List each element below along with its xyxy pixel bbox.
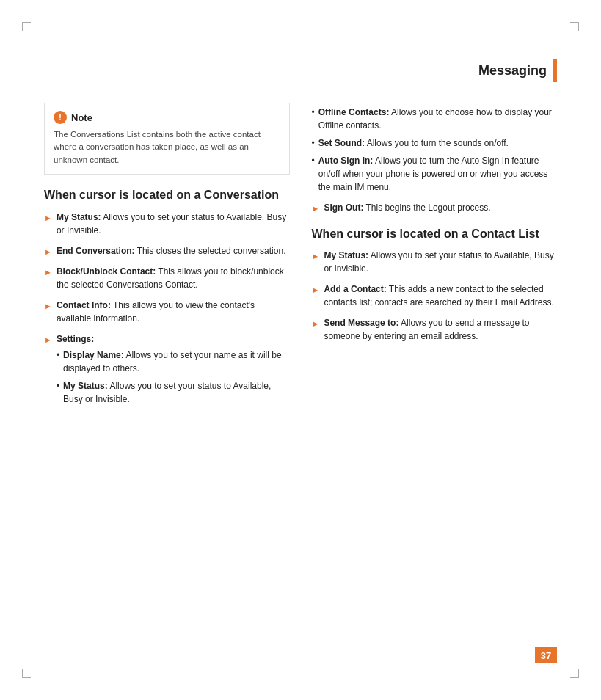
corner-tl [22,22,31,31]
list-item-settings: ► Settings: • Display Name: Allows you t… [44,332,290,410]
note-header: ! Note [54,111,280,124]
arrow-icon: ► [44,266,52,279]
item-label: End Conversation: [57,246,135,256]
list-item: ► Contact Info: This allows you to view … [44,299,290,325]
list-item: ► My Status: Allows you to set your stat… [312,249,558,275]
right-bullet-list: • Offline Contacts: Allows you to choose… [312,106,558,194]
tick-bottom-right [542,672,542,678]
sign-out-list: ► Sign Out: This begins the Logout proce… [312,201,558,215]
item-label: Add a Contact: [324,284,386,294]
tick-top-left [59,22,59,28]
sub-item-text: My Status: Allows you to set your status… [63,379,289,406]
item-label: Set Sound: [318,138,365,148]
list-item: ► Add a Contact: This adds a new contact… [312,282,558,309]
right-column: • Offline Contacts: Allows you to choose… [312,103,558,418]
arrow-icon: ► [312,284,320,296]
item-label: Block/Unblock Contact: [57,266,156,277]
sub-list-item: • Display Name: Allows you to set your n… [57,349,290,375]
left-column: ! Note The Conversations List contains b… [44,103,290,418]
item-text: Send Message to: Allows you to send a me… [324,316,557,343]
item-label: My Status: [63,381,108,391]
arrow-icon: ► [312,250,320,263]
note-title: Note [71,112,92,123]
sign-out-item: ► Sign Out: This begins the Logout proce… [312,201,558,215]
list-item: ► Block/Unblock Contact: This allows you… [44,265,290,291]
item-label: Contact Info: [57,300,111,310]
bullet-icon: • [312,106,315,119]
arrow-icon: ► [312,318,320,330]
sub-list-item: • Set Sound: Allows you to turn the soun… [312,136,558,150]
left-section-heading: When cursor is located on a Conversation [44,188,290,203]
item-label: Offline Contacts: [318,107,390,117]
item-text: Add a Contact: This adds a new contact t… [324,282,557,309]
item-text: End Conversation: This closes the select… [57,244,290,258]
arrow-icon: ► [312,203,320,215]
list-item: ► Send Message to: Allows you to send a … [312,316,558,343]
sub-item-text: Auto Sign In: Allows you to turn the Aut… [318,154,557,194]
list-item: ► My Status: Allows you to set your stat… [44,211,290,237]
item-label: My Status: [324,250,368,260]
item-text: My Status: Allows you to set your status… [324,249,557,275]
corner-br [570,669,579,678]
left-item-list: ► My Status: Allows you to set your stat… [44,211,290,411]
sub-item-text: Offline Contacts: Allows you to choose h… [318,106,557,132]
item-label: Sign Out: [324,203,363,213]
note-box: ! Note The Conversations List contains b… [44,103,290,175]
item-text: Sign Out: This begins the Logout process… [324,201,557,214]
item-label: Send Message to: [324,318,398,328]
item-text: Contact Info: This allows you to view th… [57,299,290,325]
bullet-icon: • [312,136,315,150]
tick-bottom-left [59,672,59,678]
arrow-icon: ► [44,300,52,313]
sub-list-item: • Offline Contacts: Allows you to choose… [312,106,558,132]
arrow-icon: ► [44,334,52,346]
tick-top-right [542,22,542,28]
sub-item-text: Set Sound: Allows you to turn the sounds… [318,136,509,150]
note-text: The Conversations List contains both the… [54,128,280,167]
page-number: 37 [535,647,557,663]
item-text: Settings: • Display Name: Allows you to … [57,332,290,410]
right-item-list: ► My Status: Allows you to set your stat… [312,249,558,343]
item-text: My Status: Allows you to set your status… [57,211,290,237]
settings-label: Settings: [57,334,94,344]
arrow-icon: ► [44,212,52,225]
bullet-icon: • [57,349,59,362]
corner-tr [570,22,579,31]
sub-item-text: Display Name: Allows you to set your nam… [63,349,289,375]
sub-list: • Display Name: Allows you to set your n… [57,349,290,406]
sub-list-item: • My Status: Allows you to set your stat… [57,379,290,406]
page-title: Messaging [478,63,547,79]
right-section-heading: When cursor is located on a Contact List [312,227,558,242]
header-accent-bar [553,59,557,82]
list-item: ► End Conversation: This closes the sele… [44,244,290,258]
item-label: My Status: [57,212,101,222]
item-label: Auto Sign In: [318,156,374,166]
bullet-icon: • [312,154,315,167]
content-area: ! Note The Conversations List contains b… [44,103,557,418]
header-bar: Messaging [478,59,557,82]
sub-list-item: • Auto Sign In: Allows you to turn the A… [312,154,558,194]
item-label: Display Name: [63,350,124,360]
corner-bl [22,669,31,678]
bullet-icon: • [57,379,59,393]
item-text: Block/Unblock Contact: This allows you t… [57,265,290,291]
page-container: Messaging ! Note The Conversations List … [0,0,601,700]
note-icon: ! [54,111,67,124]
arrow-icon: ► [44,246,52,258]
